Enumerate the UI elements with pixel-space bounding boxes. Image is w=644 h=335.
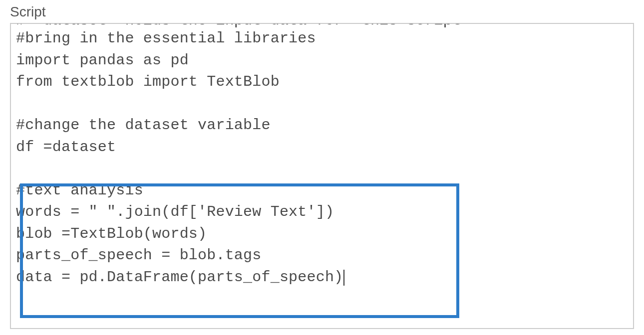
code-line-11: parts_of_speech = blob.tags [16, 247, 261, 264]
section-label: Script [10, 4, 634, 20]
truncated-comment-line: # dataset holds the input data for this … [11, 23, 633, 28]
code-line-12: data = pd.DataFrame(parts_of_speech) [16, 269, 343, 286]
script-editor-container: Script # dataset holds the input data fo… [0, 0, 644, 335]
code-line-3: from textblob import TextBlob [16, 73, 280, 90]
code-line-9: words = " ".join(df['Review Text']) [16, 203, 334, 220]
code-line-10: blob =TextBlob(words) [16, 225, 207, 242]
code-text-area[interactable]: #bring in the essential libraries import… [11, 28, 633, 288]
code-line-8: #text analysis [16, 182, 143, 199]
text-cursor [343, 270, 344, 286]
code-editor[interactable]: # dataset holds the input data for this … [10, 23, 634, 329]
code-line-6: df =dataset [16, 139, 116, 156]
code-line-1: #bring in the essential libraries [16, 30, 316, 47]
code-line-5: #change the dataset variable [16, 117, 271, 134]
code-line-2: import pandas as pd [16, 52, 189, 69]
